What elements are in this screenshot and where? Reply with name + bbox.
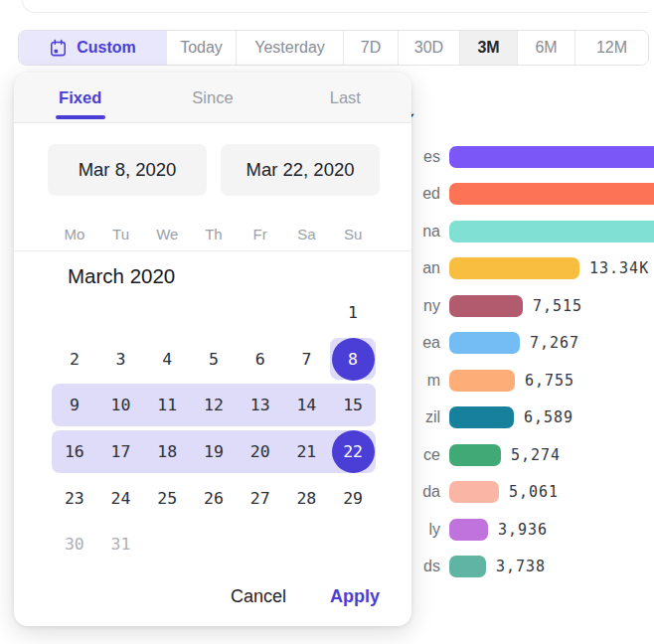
range-option-custom[interactable]: Custom: [19, 31, 166, 65]
day-number: 7: [301, 350, 311, 369]
day-14[interactable]: 14: [283, 382, 330, 428]
day-11[interactable]: 11: [144, 382, 191, 428]
day-16[interactable]: 16: [52, 428, 98, 475]
date-range-toolbar: CustomTodayYesterday7D30D3M6M12M: [18, 30, 649, 66]
calendar-icon: [49, 39, 68, 58]
day-number: 1: [348, 303, 358, 322]
day-21[interactable]: 21: [283, 428, 330, 475]
country-bar[interactable]: [449, 370, 515, 392]
day-8[interactable]: 8: [330, 336, 377, 383]
day-13[interactable]: 13: [237, 382, 283, 428]
day-number: 5: [209, 350, 219, 369]
day-28[interactable]: 28: [283, 475, 330, 522]
day-20[interactable]: 20: [237, 428, 283, 475]
day-1[interactable]: 1: [330, 289, 377, 336]
day-3[interactable]: 3: [97, 336, 144, 383]
day-25[interactable]: 25: [144, 475, 191, 522]
day-19[interactable]: 19: [191, 428, 238, 475]
day-number: 27: [250, 489, 270, 508]
calendar-week-row: 3031: [52, 521, 377, 567]
day-6[interactable]: 6: [237, 336, 283, 383]
weekday-fr: Fr: [237, 224, 283, 250]
range-option-label: Today: [180, 39, 223, 57]
country-bar[interactable]: [449, 444, 501, 466]
end-date-input[interactable]: Mar 22, 2020: [221, 144, 380, 196]
range-option-yesterday[interactable]: Yesterday: [236, 31, 343, 65]
country-bar[interactable]: [449, 221, 654, 242]
day-4[interactable]: 4: [144, 336, 191, 383]
range-option-12m[interactable]: 12M: [574, 31, 648, 65]
day-empty: [330, 521, 377, 567]
country-value: 3,936: [498, 521, 548, 539]
day-17[interactable]: 17: [97, 428, 144, 475]
country-bar[interactable]: [449, 481, 499, 503]
country-bar[interactable]: [449, 183, 654, 205]
range-option-today[interactable]: Today: [166, 31, 236, 65]
country-bar[interactable]: [449, 257, 579, 279]
day-number: 9: [70, 396, 80, 414]
country-bar[interactable]: [449, 146, 654, 168]
day-number: 4: [162, 350, 172, 369]
range-option-7d[interactable]: 7D: [343, 31, 398, 65]
day-24[interactable]: 24: [97, 475, 144, 522]
day-number: 29: [343, 489, 363, 508]
day-number: 26: [204, 489, 224, 508]
card-corner-divider: [22, 0, 648, 13]
day-number: 31: [111, 535, 131, 554]
day-number: 30: [65, 535, 84, 554]
day-12[interactable]: 12: [191, 382, 238, 428]
day-10[interactable]: 10: [97, 382, 144, 428]
day-31[interactable]: 31: [97, 521, 144, 567]
day-number: 21: [296, 442, 316, 461]
day-2[interactable]: 2: [52, 336, 98, 383]
day-empty: [237, 289, 283, 336]
page: esednaan13.34Kny7,515ea7,267m6,755zil6,5…: [0, 0, 654, 644]
range-option-label: 12M: [596, 39, 627, 57]
day-number: 16: [65, 442, 84, 461]
cancel-button[interactable]: Cancel: [231, 586, 286, 607]
weekday-su: Su: [330, 224, 377, 250]
country-bar[interactable]: [449, 332, 520, 354]
day-15[interactable]: 15: [330, 382, 377, 428]
tab-fixed[interactable]: Fixed: [14, 73, 146, 122]
day-26[interactable]: 26: [191, 475, 238, 522]
calendar-week-row: 16171819202122: [52, 428, 377, 475]
day-empty: [283, 521, 330, 567]
day-number: 3: [116, 350, 126, 369]
country-bar[interactable]: [449, 295, 523, 317]
day-29[interactable]: 29: [330, 475, 377, 522]
day-empty: [237, 521, 283, 567]
tab-since[interactable]: Since: [146, 73, 278, 122]
range-option-6m[interactable]: 6M: [517, 31, 574, 65]
country-bar[interactable]: [449, 519, 488, 541]
tab-last[interactable]: Last: [279, 73, 411, 122]
country-bar[interactable]: [449, 406, 514, 428]
calendar-week-row: 9101112131415: [52, 382, 377, 428]
country-bar[interactable]: [449, 556, 486, 577]
day-empty: [191, 289, 238, 336]
country-value: 13.34K: [589, 259, 649, 277]
date-picker-popup: FixedSinceLast Mar 8, 2020 Mar 22, 2020 …: [14, 73, 411, 626]
month-title: March 2020: [68, 264, 175, 288]
day-9[interactable]: 9: [52, 382, 98, 428]
day-empty: [191, 521, 238, 567]
tab-label: Since: [192, 88, 233, 107]
range-option-3m[interactable]: 3M: [459, 31, 517, 65]
range-option-label: 30D: [414, 39, 443, 57]
day-5[interactable]: 5: [191, 336, 238, 383]
day-23[interactable]: 23: [52, 475, 98, 522]
day-7[interactable]: 7: [283, 336, 330, 383]
apply-button[interactable]: Apply: [330, 586, 380, 607]
day-30[interactable]: 30: [52, 521, 98, 567]
calendar-week-row: 2345678: [52, 336, 377, 383]
start-date-input[interactable]: Mar 8, 2020: [48, 144, 207, 196]
day-27[interactable]: 27: [237, 475, 283, 522]
day-empty: [144, 289, 191, 336]
selected-day-circle: 8: [332, 338, 375, 381]
day-18[interactable]: 18: [144, 428, 191, 475]
range-option-30d[interactable]: 30D: [398, 31, 459, 65]
weekday-th: Th: [191, 224, 238, 250]
day-22[interactable]: 22: [330, 428, 377, 475]
day-empty: [144, 521, 191, 567]
country-value: 5,061: [509, 483, 559, 501]
